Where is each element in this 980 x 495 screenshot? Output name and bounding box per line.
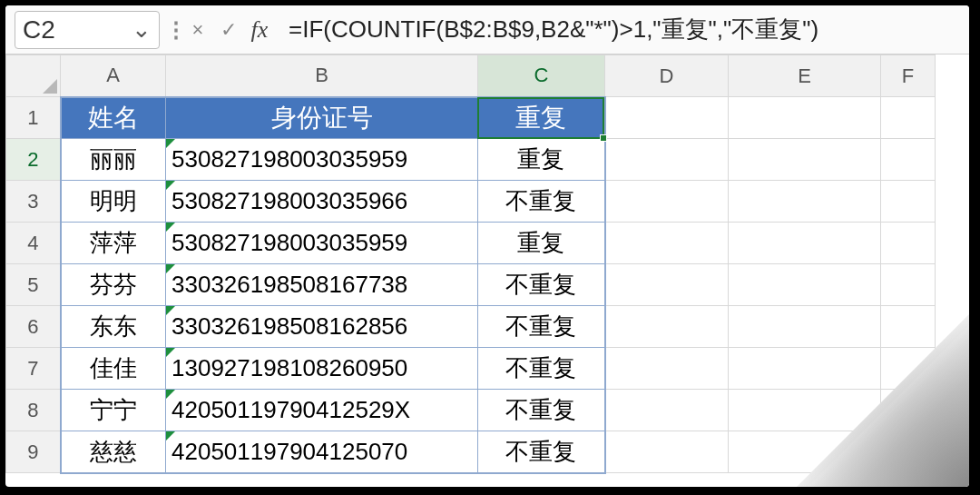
cell-A3[interactable]: 明明 [61, 181, 166, 223]
confirm-icon[interactable]: ✓ [216, 17, 241, 43]
row-9: 9 慈慈 420501197904125070 不重复 [6, 431, 936, 473]
cell-C7[interactable]: 不重复 [478, 348, 605, 390]
col-header-A[interactable]: A [61, 55, 166, 97]
row-header-2[interactable]: 2 [6, 139, 61, 181]
cell-D4[interactable] [605, 223, 729, 264]
cell-B8[interactable]: 42050119790412529X [166, 390, 478, 431]
row-header-6[interactable]: 6 [6, 306, 61, 348]
row-header-8[interactable]: 8 [6, 390, 61, 431]
cell-E3[interactable] [729, 181, 881, 223]
cell-B1[interactable]: 身份证号 [166, 97, 478, 139]
cell-A4[interactable]: 萍萍 [61, 223, 166, 264]
worksheet-grid[interactable]: A B C D E F 1 姓名 身份证号 重复 2 丽丽 530 [5, 54, 969, 487]
fx-icon[interactable]: fx [247, 17, 272, 43]
cell-F4[interactable] [881, 223, 936, 264]
cell-B4[interactable]: 530827198003035959 [166, 223, 478, 264]
select-all-corner[interactable] [6, 55, 61, 97]
cell-B3[interactable]: 530827198003035966 [166, 181, 478, 223]
formula-bar: C2 ⌄ ⋮ × ✓ fx =IF(COUNTIF(B$2:B$9,B2&"*"… [5, 5, 969, 54]
row-6: 6 东东 330326198508162856 不重复 [6, 306, 936, 348]
cell-C2[interactable]: 重复 [478, 139, 605, 181]
formula-input[interactable]: =IF(COUNTIF(B$2:B$9,B2&"*")>1,"重复","不重复"… [279, 11, 969, 49]
cell-E1[interactable] [729, 97, 881, 139]
cell-C5[interactable]: 不重复 [478, 264, 605, 306]
cell-A8[interactable]: 宁宁 [61, 390, 166, 431]
cell-D2[interactable] [605, 139, 729, 181]
cell-D9[interactable] [605, 431, 729, 473]
chevron-down-icon[interactable]: ⌄ [132, 15, 152, 44]
cell-C8[interactable]: 不重复 [478, 390, 605, 431]
col-header-D[interactable]: D [605, 55, 729, 97]
cell-F1[interactable] [881, 97, 936, 139]
cell-C4[interactable]: 重复 [478, 223, 605, 264]
cell-D3[interactable] [605, 181, 729, 223]
cell-C6[interactable]: 不重复 [478, 306, 605, 348]
row-8: 8 宁宁 42050119790412529X 不重复 [6, 390, 936, 431]
cell-A6[interactable]: 东东 [61, 306, 166, 348]
col-header-B[interactable]: B [166, 55, 478, 97]
cell-B7[interactable]: 130927198108260950 [166, 348, 478, 390]
cell-D7[interactable] [605, 348, 729, 390]
col-header-C[interactable]: C [478, 55, 605, 97]
vertical-dots-icon[interactable]: ⋮ [165, 17, 178, 43]
cell-D6[interactable] [605, 306, 729, 348]
row-header-1[interactable]: 1 [6, 97, 61, 139]
row-header-3[interactable]: 3 [6, 181, 61, 223]
cell-D5[interactable] [605, 264, 729, 306]
app-frame: C2 ⌄ ⋮ × ✓ fx =IF(COUNTIF(B$2:B$9,B2&"*"… [5, 5, 969, 487]
row-5: 5 芬芬 330326198508167738 不重复 [6, 264, 936, 306]
cell-E5[interactable] [729, 264, 881, 306]
cell-F6[interactable] [881, 306, 936, 348]
row-header-7[interactable]: 7 [6, 348, 61, 390]
cell-E7[interactable] [729, 348, 881, 390]
col-header-F[interactable]: F [881, 55, 936, 97]
cell-A9[interactable]: 慈慈 [61, 431, 166, 473]
cell-B5[interactable]: 330326198508167738 [166, 264, 478, 306]
cell-F3[interactable] [881, 181, 936, 223]
cell-F5[interactable] [881, 264, 936, 306]
cell-F2[interactable] [881, 139, 936, 181]
cell-A1[interactable]: 姓名 [61, 97, 166, 139]
row-header-5[interactable]: 5 [6, 264, 61, 306]
cell-B9[interactable]: 420501197904125070 [166, 431, 478, 473]
column-header-row: A B C D E F [6, 55, 936, 97]
row-1: 1 姓名 身份证号 重复 [6, 97, 936, 139]
cell-A2[interactable]: 丽丽 [61, 139, 166, 181]
cell-B6[interactable]: 330326198508162856 [166, 306, 478, 348]
col-header-E[interactable]: E [729, 55, 881, 97]
row-7: 7 佳佳 130927198108260950 不重复 [6, 348, 936, 390]
row-3: 3 明明 530827198003035966 不重复 [6, 181, 936, 223]
cell-A5[interactable]: 芬芬 [61, 264, 166, 306]
cell-E8[interactable] [729, 390, 881, 431]
formula-bar-buttons: × ✓ fx [178, 17, 279, 43]
cell-C9[interactable]: 不重复 [478, 431, 605, 473]
cell-E4[interactable] [729, 223, 881, 264]
name-box[interactable]: C2 ⌄ [15, 11, 160, 49]
row-4: 4 萍萍 530827198003035959 重复 [6, 223, 936, 264]
cell-C1[interactable]: 重复 [478, 97, 605, 139]
name-box-text: C2 [23, 15, 132, 45]
cell-A7[interactable]: 佳佳 [61, 348, 166, 390]
cell-E2[interactable] [729, 139, 881, 181]
cell-E6[interactable] [729, 306, 881, 348]
cancel-icon[interactable]: × [185, 17, 211, 43]
cell-C3[interactable]: 不重复 [478, 181, 605, 223]
row-header-9[interactable]: 9 [6, 431, 61, 473]
cell-B2[interactable]: 530827198003035959 [166, 139, 478, 181]
sheet-table: A B C D E F 1 姓名 身份证号 重复 2 丽丽 530 [5, 54, 936, 474]
row-header-4[interactable]: 4 [6, 223, 61, 264]
row-2: 2 丽丽 530827198003035959 重复 [6, 139, 936, 181]
cell-D8[interactable] [605, 390, 729, 431]
cell-D1[interactable] [605, 97, 729, 139]
